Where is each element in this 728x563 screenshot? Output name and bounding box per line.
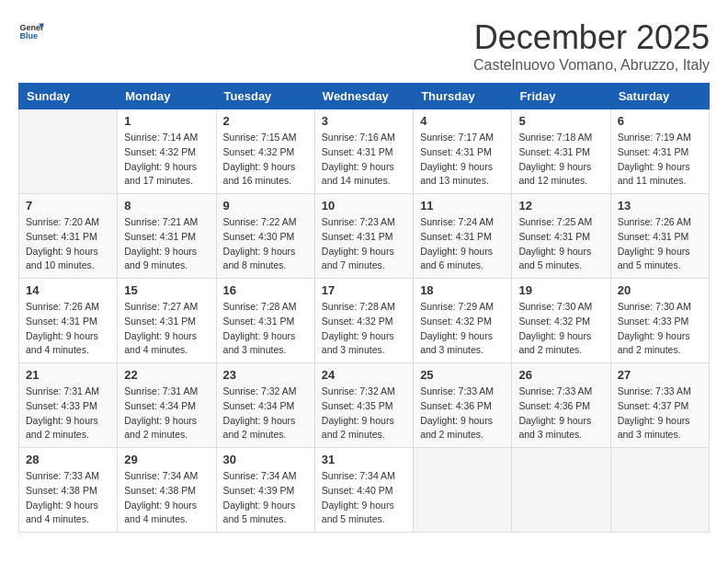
day-info: Sunrise: 7:28 AMSunset: 4:31 PMDaylight:…: [223, 300, 308, 358]
svg-text:Blue: Blue: [19, 31, 38, 40]
day-info: Sunrise: 7:18 AMSunset: 4:31 PMDaylight:…: [518, 131, 603, 189]
day-number: 16: [223, 283, 308, 297]
calendar-day-cell: 18Sunrise: 7:29 AMSunset: 4:32 PMDayligh…: [414, 279, 512, 363]
calendar-day-cell: 9Sunrise: 7:22 AMSunset: 4:30 PMDaylight…: [216, 194, 314, 279]
calendar-day-cell: 12Sunrise: 7:25 AMSunset: 4:31 PMDayligh…: [512, 194, 610, 279]
calendar-day-cell: 10Sunrise: 7:23 AMSunset: 4:31 PMDayligh…: [314, 194, 413, 279]
day-number: 4: [420, 114, 505, 128]
day-info: Sunrise: 7:27 AMSunset: 4:31 PMDaylight:…: [124, 300, 209, 358]
calendar-day-cell: 2Sunrise: 7:15 AMSunset: 4:32 PMDaylight…: [216, 109, 314, 194]
day-info: Sunrise: 7:33 AMSunset: 4:37 PMDaylight:…: [618, 385, 702, 442]
day-info: Sunrise: 7:26 AMSunset: 4:31 PMDaylight:…: [618, 215, 702, 273]
day-number: 23: [223, 368, 308, 382]
day-info: Sunrise: 7:25 AMSunset: 4:31 PMDaylight:…: [518, 215, 603, 273]
weekday-header-cell: Friday: [512, 84, 610, 109]
day-info: Sunrise: 7:34 AMSunset: 4:40 PMDaylight:…: [322, 469, 406, 527]
day-number: 14: [26, 283, 110, 297]
calendar-day-cell: 26Sunrise: 7:33 AMSunset: 4:36 PMDayligh…: [512, 363, 610, 448]
weekday-header-cell: Sunday: [19, 84, 118, 109]
day-info: Sunrise: 7:30 AMSunset: 4:33 PMDaylight:…: [618, 300, 702, 358]
calendar-day-cell: 31Sunrise: 7:34 AMSunset: 4:40 PMDayligh…: [314, 448, 413, 533]
calendar-day-cell: 22Sunrise: 7:31 AMSunset: 4:34 PMDayligh…: [118, 363, 216, 448]
day-number: 28: [26, 453, 110, 466]
day-info: Sunrise: 7:33 AMSunset: 4:38 PMDaylight:…: [26, 469, 110, 527]
day-info: Sunrise: 7:32 AMSunset: 4:34 PMDaylight:…: [223, 385, 308, 442]
day-number: 30: [223, 453, 308, 466]
day-number: 12: [518, 199, 603, 213]
calendar-day-cell: 4Sunrise: 7:17 AMSunset: 4:31 PMDaylight…: [414, 109, 512, 194]
calendar-day-cell: 6Sunrise: 7:19 AMSunset: 4:31 PMDaylight…: [610, 109, 709, 194]
day-number: 3: [322, 114, 406, 128]
day-number: 6: [618, 114, 702, 128]
day-info: Sunrise: 7:31 AMSunset: 4:33 PMDaylight:…: [26, 385, 110, 442]
day-info: Sunrise: 7:14 AMSunset: 4:32 PMDaylight:…: [124, 131, 209, 189]
day-number: 25: [420, 368, 505, 382]
calendar-day-cell: [414, 448, 512, 533]
calendar-day-cell: [512, 448, 610, 533]
calendar-day-cell: 14Sunrise: 7:26 AMSunset: 4:31 PMDayligh…: [19, 279, 118, 363]
day-number: 1: [124, 114, 209, 128]
day-info: Sunrise: 7:32 AMSunset: 4:35 PMDaylight:…: [322, 385, 406, 442]
calendar-day-cell: 23Sunrise: 7:32 AMSunset: 4:34 PMDayligh…: [216, 363, 314, 448]
calendar-day-cell: 30Sunrise: 7:34 AMSunset: 4:39 PMDayligh…: [216, 448, 314, 533]
weekday-header-cell: Thursday: [414, 84, 512, 109]
page-header: General Blue December 2025 Castelnuovo V…: [18, 18, 710, 74]
calendar-day-cell: 24Sunrise: 7:32 AMSunset: 4:35 PMDayligh…: [314, 363, 413, 448]
calendar-day-cell: 25Sunrise: 7:33 AMSunset: 4:36 PMDayligh…: [414, 363, 512, 448]
weekday-header-cell: Monday: [118, 84, 216, 109]
day-number: 26: [518, 368, 603, 382]
calendar-day-cell: 20Sunrise: 7:30 AMSunset: 4:33 PMDayligh…: [610, 279, 709, 363]
day-number: 29: [124, 453, 209, 466]
weekday-header-cell: Wednesday: [314, 84, 413, 109]
logo-icon: General Blue: [18, 18, 44, 44]
day-info: Sunrise: 7:24 AMSunset: 4:31 PMDaylight:…: [420, 215, 505, 273]
day-info: Sunrise: 7:19 AMSunset: 4:31 PMDaylight:…: [618, 131, 702, 189]
day-info: Sunrise: 7:34 AMSunset: 4:39 PMDaylight:…: [223, 469, 308, 527]
calendar-body: 1Sunrise: 7:14 AMSunset: 4:32 PMDaylight…: [19, 109, 710, 533]
day-info: Sunrise: 7:16 AMSunset: 4:31 PMDaylight:…: [322, 131, 406, 189]
weekday-header-row: SundayMondayTuesdayWednesdayThursdayFrid…: [19, 84, 710, 109]
day-number: 19: [518, 283, 603, 297]
calendar-week-row: 1Sunrise: 7:14 AMSunset: 4:32 PMDaylight…: [19, 109, 710, 194]
day-number: 17: [322, 283, 406, 297]
day-number: 9: [223, 199, 308, 213]
day-info: Sunrise: 7:23 AMSunset: 4:31 PMDaylight:…: [322, 215, 406, 273]
day-info: Sunrise: 7:21 AMSunset: 4:31 PMDaylight:…: [124, 215, 209, 273]
logo: General Blue: [18, 18, 48, 44]
day-info: Sunrise: 7:33 AMSunset: 4:36 PMDaylight:…: [518, 385, 603, 442]
day-info: Sunrise: 7:30 AMSunset: 4:32 PMDaylight:…: [518, 300, 603, 358]
day-number: 31: [322, 453, 406, 466]
weekday-header-cell: Tuesday: [216, 84, 314, 109]
day-info: Sunrise: 7:15 AMSunset: 4:32 PMDaylight:…: [223, 131, 308, 189]
calendar-day-cell: 19Sunrise: 7:30 AMSunset: 4:32 PMDayligh…: [512, 279, 610, 363]
day-number: 11: [420, 199, 505, 213]
calendar-day-cell: 5Sunrise: 7:18 AMSunset: 4:31 PMDaylight…: [512, 109, 610, 194]
day-number: 18: [420, 283, 505, 297]
calendar-day-cell: 15Sunrise: 7:27 AMSunset: 4:31 PMDayligh…: [118, 279, 216, 363]
calendar-day-cell: 1Sunrise: 7:14 AMSunset: 4:32 PMDaylight…: [118, 109, 216, 194]
day-number: 24: [322, 368, 406, 382]
calendar-week-row: 7Sunrise: 7:20 AMSunset: 4:31 PMDaylight…: [19, 194, 710, 279]
calendar-day-cell: 8Sunrise: 7:21 AMSunset: 4:31 PMDaylight…: [118, 194, 216, 279]
weekday-header-cell: Saturday: [610, 84, 709, 109]
day-number: 22: [124, 368, 209, 382]
day-info: Sunrise: 7:28 AMSunset: 4:32 PMDaylight:…: [322, 300, 406, 358]
calendar-table: SundayMondayTuesdayWednesdayThursdayFrid…: [18, 83, 710, 533]
day-number: 13: [618, 199, 702, 213]
calendar-day-cell: [19, 109, 118, 194]
title-area: December 2025 Castelnuovo Vomano, Abruzz…: [473, 18, 710, 74]
calendar-day-cell: 7Sunrise: 7:20 AMSunset: 4:31 PMDaylight…: [19, 194, 118, 279]
day-info: Sunrise: 7:20 AMSunset: 4:31 PMDaylight:…: [26, 215, 110, 273]
calendar-day-cell: 11Sunrise: 7:24 AMSunset: 4:31 PMDayligh…: [414, 194, 512, 279]
calendar-day-cell: 17Sunrise: 7:28 AMSunset: 4:32 PMDayligh…: [314, 279, 413, 363]
calendar-day-cell: 28Sunrise: 7:33 AMSunset: 4:38 PMDayligh…: [19, 448, 118, 533]
calendar-day-cell: 3Sunrise: 7:16 AMSunset: 4:31 PMDaylight…: [314, 109, 413, 194]
day-number: 21: [26, 368, 110, 382]
day-number: 10: [322, 199, 406, 213]
day-number: 20: [618, 283, 702, 297]
day-number: 27: [618, 368, 702, 382]
day-number: 7: [26, 199, 110, 213]
calendar-day-cell: 13Sunrise: 7:26 AMSunset: 4:31 PMDayligh…: [610, 194, 709, 279]
calendar-day-cell: [610, 448, 709, 533]
day-info: Sunrise: 7:34 AMSunset: 4:38 PMDaylight:…: [124, 469, 209, 527]
